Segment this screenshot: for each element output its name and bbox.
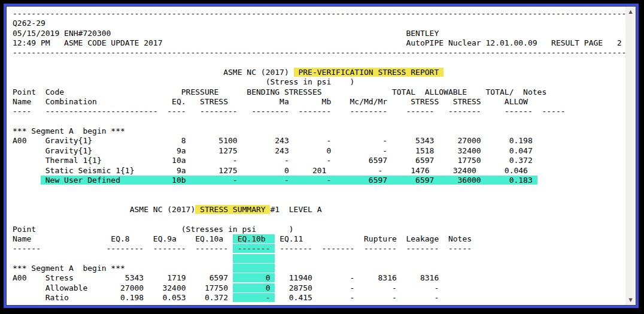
report-line: A00 Stress 5343 1719 6597 0 11940 - 8316… bbox=[13, 273, 625, 283]
report-line: Thermal 1{1} 10a - - - 6597 6597 17750 0… bbox=[13, 156, 625, 165]
report-line bbox=[13, 185, 625, 195]
report-line: *** Segment A begin *** bbox=[13, 126, 625, 136]
report-line: Allowable 27000 32400 17750 0 28750 - - … bbox=[13, 283, 625, 293]
report-line: Point (Stresses in psi ) bbox=[13, 225, 625, 234]
scroll-down-button[interactable]: ▼ bbox=[625, 295, 636, 305]
report-line bbox=[13, 195, 625, 205]
report-line: Name Combination EQ. STRESS Ma Mb Mc/Md/… bbox=[13, 97, 625, 107]
report-line: Point Code PRESSURE BENDING STRESSES TOT… bbox=[13, 87, 625, 97]
report-line: Static Seismic 1{1} 9a 1275 0 201 - 1476… bbox=[13, 166, 625, 176]
chevron-up-icon: ▲ bbox=[628, 10, 632, 14]
report-line bbox=[13, 117, 625, 126]
report-viewport: ----------------------------------------… bbox=[7, 7, 625, 305]
chevron-down-icon: ▼ bbox=[628, 298, 632, 303]
report-line: ---- ------------------------ ---- -----… bbox=[13, 107, 625, 116]
report-line bbox=[13, 254, 625, 264]
report-line: ----------------------------------------… bbox=[13, 48, 625, 58]
report-line: Name EQ.8 EQ.9a EQ.10a EQ.10b EQ.11 Rupt… bbox=[13, 234, 625, 244]
report-text: ----------------------------------------… bbox=[7, 7, 625, 303]
report-window: ----------------------------------------… bbox=[4, 4, 639, 308]
vertical-scrollbar[interactable]: ▲ ▼ bbox=[625, 7, 636, 305]
report-line: A00 Gravity{1} 8 5100 243 - - 5343 27000… bbox=[13, 136, 625, 146]
report-line: ------ -------- ------- ------- ------- … bbox=[13, 244, 625, 253]
report-line: *** Segment A begin *** bbox=[13, 264, 625, 273]
report-line: 12:49 PM ASME CODE UPDATE 2017 AutoPIPE … bbox=[13, 38, 625, 48]
report-line: ASME NC (2017) PRE-VERIFICATION STRESS R… bbox=[13, 68, 625, 77]
scroll-up-button[interactable]: ▲ bbox=[625, 7, 636, 17]
report-line: (Stress in psi ) bbox=[13, 77, 625, 87]
report-line: Q262-29 bbox=[13, 19, 625, 28]
report-line: ASME NC (2017) STRESS SUMMARY #1 LEVEL A bbox=[13, 205, 625, 215]
report-line: New User Defined 10b - - - 6597 6597 360… bbox=[13, 176, 625, 185]
report-line: 05/15/2019 ENH#720300 BENTLEY bbox=[13, 29, 625, 38]
report-line bbox=[13, 215, 625, 224]
report-line: Ratio 0.198 0.053 0.372 - 0.415 - - - bbox=[13, 293, 625, 303]
report-line: ----------------------------------------… bbox=[13, 9, 625, 19]
report-line bbox=[13, 58, 625, 68]
report-line: Gravity{1} 9a 1275 243 0 - 1518 32400 0.… bbox=[13, 146, 625, 156]
